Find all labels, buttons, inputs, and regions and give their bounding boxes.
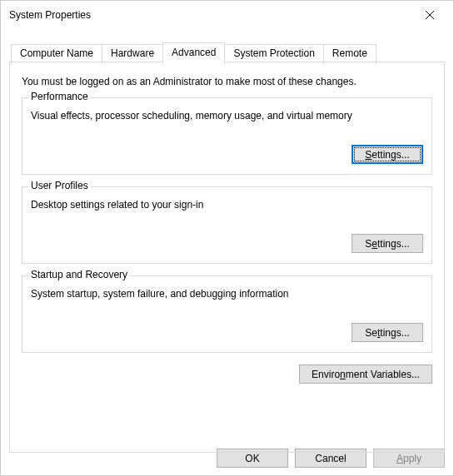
admin-note: You must be logged on as an Administrato… [22, 76, 432, 87]
close-button[interactable] [413, 3, 447, 27]
user-profiles-settings-button[interactable]: SSettings... [352, 234, 423, 253]
env-vars-row: Environment Variables... [22, 364, 432, 384]
group-user-profiles-actions: SSettings... [31, 234, 423, 253]
startup-recovery-settings-button[interactable]: Settings... [352, 323, 423, 342]
group-performance-title: Performance [28, 91, 91, 102]
close-icon [426, 11, 434, 19]
tab-advanced[interactable]: Advanced [162, 42, 225, 62]
group-user-profiles-desc: Desktop settings related to your sign-in [31, 199, 423, 211]
group-performance-desc: Visual effects, processor scheduling, me… [31, 110, 423, 121]
titlebar: System Properties [1, 1, 453, 29]
group-startup-recovery-actions: Settings... [31, 323, 423, 342]
environment-variables-button[interactable]: Environment Variables... [299, 364, 432, 384]
tab-panel-advanced: You must be logged on as an Administrato… [9, 62, 445, 453]
tab-bar: Computer Name Hardware Advanced System P… [11, 42, 445, 62]
content-area: Computer Name Hardware Advanced System P… [1, 29, 453, 461]
group-user-profiles-title: User Profiles [28, 180, 91, 191]
group-performance-actions: Settings... [31, 145, 423, 164]
group-startup-recovery-desc: System startup, system failure, and debu… [31, 288, 423, 300]
group-startup-recovery-title: Startup and Recovery [28, 269, 130, 280]
performance-settings-button[interactable]: Settings... [352, 145, 423, 164]
group-startup-recovery: Startup and Recovery System startup, sys… [22, 275, 432, 353]
group-user-profiles: User Profiles Desktop settings related t… [22, 186, 432, 264]
group-performance: Performance Visual effects, processor sc… [22, 97, 432, 175]
window-title: System Properties [9, 9, 91, 21]
